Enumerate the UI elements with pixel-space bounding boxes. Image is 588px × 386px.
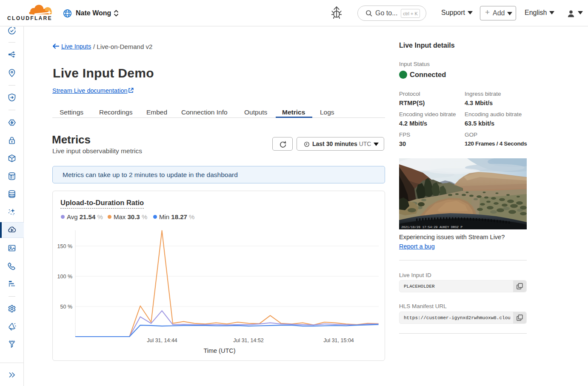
svg-text:Jul 31, 15:04: Jul 31, 15:04: [323, 337, 354, 343]
svg-text:50 %: 50 %: [60, 304, 73, 310]
svg-text:Jul 31, 14:52: Jul 31, 14:52: [233, 337, 264, 343]
svg-text:2021/10/20 17:54:29 AUKEY DROZ: 2021/10/20 17:54:29 AUKEY DROZ P: [401, 226, 463, 229]
svg-text:CLOUDFLARE: CLOUDFLARE: [7, 15, 52, 21]
svg-text:150 %: 150 %: [57, 243, 72, 249]
svg-text:Jul 31, 14:44: Jul 31, 14:44: [147, 337, 177, 343]
svg-text:100 %: 100 %: [57, 274, 72, 280]
svg-text:Time (UTC): Time (UTC): [203, 347, 235, 354]
